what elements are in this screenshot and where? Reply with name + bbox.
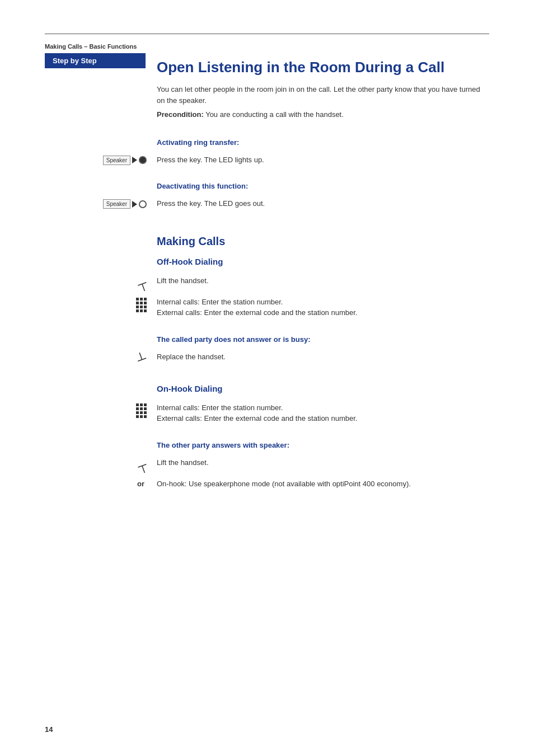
activating-text: Press the key. The LED lights up.: [157, 154, 489, 166]
speaker-answer-label: The other party answers with speaker:: [157, 441, 489, 449]
lift-handset-icon-2: ┬: [135, 457, 149, 474]
off-hook-title: Off-Hook Dialing: [157, 257, 489, 266]
open-listening-title: Open Listening in the Room During a Call: [157, 59, 489, 76]
busy-label: The called party does not answer or is b…: [157, 335, 489, 344]
open-listening-intro: You can let other people in the room joi…: [157, 84, 489, 106]
triangle-icon: [132, 157, 137, 163]
busy-text: Replace the handset.: [157, 351, 489, 363]
activating-label: Activating ring transfer:: [157, 138, 489, 147]
page-number: 14: [45, 725, 53, 734]
keypad-icon-2: [136, 403, 147, 418]
or-label: or: [137, 480, 144, 488]
making-calls-title: Making Calls: [157, 235, 489, 248]
off-hook-step1: Lift the handset.: [157, 275, 489, 287]
deactivating-text: Press the key. The LED goes out.: [157, 198, 489, 209]
on-hook-lift-text: Lift the handset.: [157, 457, 489, 468]
on-hook-step1: Internal calls: Enter the station number…: [157, 402, 489, 424]
on-hook-title: On-Hook Dialing: [157, 384, 489, 393]
page-header-label: Making Calls – Basic Functions: [45, 43, 489, 50]
led-active-icon: [139, 156, 147, 164]
precondition-text: Precondition: You are conducting a call …: [157, 109, 489, 120]
lift-handset-icon: ┬: [135, 275, 149, 292]
deactivating-label: Deactivating this function:: [157, 182, 489, 190]
led-inactive-icon: [139, 200, 147, 208]
speaker-button-active[interactable]: Speaker: [103, 156, 147, 165]
speaker-button-inactive[interactable]: Speaker: [103, 199, 147, 209]
on-hook-text: On-hook: Use speakerphone mode (not avai…: [157, 478, 489, 490]
keypad-icon: [136, 298, 147, 312]
off-hook-step2: Internal calls: Enter the station number…: [157, 297, 489, 318]
triangle-icon-2: [132, 201, 137, 208]
step-by-step-box: Step by Step: [45, 53, 146, 68]
replace-handset-icon: ┬: [135, 351, 149, 368]
